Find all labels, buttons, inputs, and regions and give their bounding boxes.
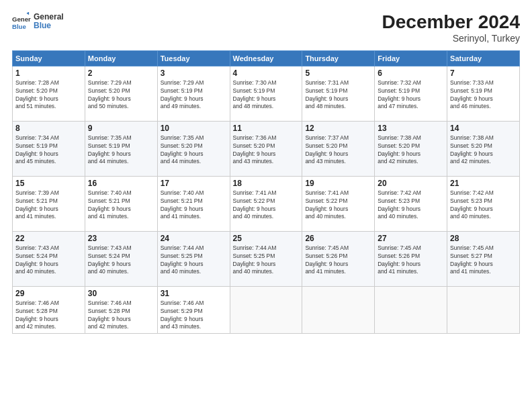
day-info: Sunrise: 7:36 AMSunset: 5:20 PMDaylight:…	[233, 134, 277, 165]
col-friday: Friday	[375, 50, 447, 66]
day-number: 8	[15, 124, 82, 133]
day-info: Sunrise: 7:46 AMSunset: 5:28 PMDaylight:…	[88, 300, 132, 330]
day-number: 24	[161, 234, 227, 243]
day-info: Sunrise: 7:41 AMSunset: 5:22 PMDaylight:…	[305, 189, 349, 220]
day-number: 30	[88, 289, 154, 298]
table-row: 12Sunrise: 7:37 AMSunset: 5:20 PMDayligh…	[302, 121, 375, 176]
day-info: Sunrise: 7:43 AMSunset: 5:24 PMDaylight:…	[88, 244, 132, 275]
header: General Blue General Blue December 2024 …	[12, 12, 520, 44]
day-info: Sunrise: 7:28 AMSunset: 5:20 PMDaylight:…	[15, 79, 59, 110]
title-block: December 2024 Serinyol, Turkey	[382, 12, 520, 44]
day-info: Sunrise: 7:41 AMSunset: 5:22 PMDaylight:…	[233, 189, 277, 220]
table-row: 16Sunrise: 7:40 AMSunset: 5:21 PMDayligh…	[85, 176, 157, 231]
day-info: Sunrise: 7:39 AMSunset: 5:21 PMDaylight:…	[15, 189, 59, 220]
table-row: 23Sunrise: 7:43 AMSunset: 5:24 PMDayligh…	[85, 231, 157, 286]
table-row: 17Sunrise: 7:40 AMSunset: 5:21 PMDayligh…	[157, 176, 230, 231]
day-number: 17	[161, 179, 227, 188]
table-row: 4Sunrise: 7:30 AMSunset: 5:19 PMDaylight…	[230, 66, 302, 121]
day-number: 2	[88, 68, 154, 78]
month-title: December 2024	[382, 12, 520, 33]
day-number: 28	[450, 234, 517, 243]
day-info: Sunrise: 7:30 AMSunset: 5:19 PMDaylight:…	[233, 79, 277, 110]
location: Serinyol, Turkey	[382, 33, 520, 44]
day-number: 21	[450, 179, 517, 188]
calendar: Sunday Monday Tuesday Wednesday Thursday…	[12, 50, 520, 334]
logo-blue: Blue	[34, 21, 64, 30]
table-row: 13Sunrise: 7:38 AMSunset: 5:20 PMDayligh…	[375, 121, 447, 176]
day-info: Sunrise: 7:45 AMSunset: 5:26 PMDaylight:…	[378, 244, 421, 275]
table-row: 10Sunrise: 7:35 AMSunset: 5:20 PMDayligh…	[157, 121, 230, 176]
table-row: 6Sunrise: 7:32 AMSunset: 5:19 PMDaylight…	[375, 66, 447, 121]
table-row: 25Sunrise: 7:44 AMSunset: 5:25 PMDayligh…	[230, 231, 302, 286]
table-row: 3Sunrise: 7:29 AMSunset: 5:19 PMDaylight…	[157, 66, 230, 121]
day-number: 14	[450, 124, 517, 133]
day-info: Sunrise: 7:44 AMSunset: 5:25 PMDaylight:…	[161, 244, 204, 275]
day-info: Sunrise: 7:46 AMSunset: 5:28 PMDaylight:…	[15, 300, 59, 330]
day-info: Sunrise: 7:45 AMSunset: 5:27 PMDaylight:…	[450, 244, 494, 275]
day-number: 29	[15, 289, 82, 298]
day-info: Sunrise: 7:40 AMSunset: 5:21 PMDaylight:…	[161, 189, 204, 220]
day-number: 1	[15, 68, 82, 78]
day-number: 7	[450, 68, 517, 78]
day-info: Sunrise: 7:44 AMSunset: 5:25 PMDaylight:…	[233, 244, 277, 275]
day-info: Sunrise: 7:32 AMSunset: 5:19 PMDaylight:…	[378, 79, 421, 110]
table-row: 14Sunrise: 7:38 AMSunset: 5:20 PMDayligh…	[447, 121, 520, 176]
table-row: 8Sunrise: 7:34 AMSunset: 5:19 PMDaylight…	[13, 121, 85, 176]
svg-text:Blue: Blue	[12, 23, 26, 30]
day-number: 13	[378, 124, 444, 133]
day-info: Sunrise: 7:45 AMSunset: 5:26 PMDaylight:…	[305, 244, 349, 275]
day-number: 25	[233, 234, 300, 243]
day-info: Sunrise: 7:35 AMSunset: 5:20 PMDaylight:…	[161, 134, 204, 165]
day-number: 26	[305, 234, 371, 243]
table-row: 7Sunrise: 7:33 AMSunset: 5:19 PMDaylight…	[447, 66, 520, 121]
table-row	[230, 286, 302, 334]
table-row: 21Sunrise: 7:42 AMSunset: 5:23 PMDayligh…	[447, 176, 520, 231]
day-number: 15	[15, 179, 82, 188]
table-row: 1Sunrise: 7:28 AMSunset: 5:20 PMDaylight…	[13, 66, 85, 121]
day-number: 3	[161, 68, 227, 78]
table-row	[447, 286, 520, 334]
day-info: Sunrise: 7:38 AMSunset: 5:20 PMDaylight:…	[450, 134, 494, 165]
day-info: Sunrise: 7:31 AMSunset: 5:19 PMDaylight:…	[305, 79, 349, 110]
table-row: 29Sunrise: 7:46 AMSunset: 5:28 PMDayligh…	[13, 286, 85, 334]
day-number: 23	[88, 234, 154, 243]
day-number: 18	[233, 179, 300, 188]
col-tuesday: Tuesday	[157, 50, 230, 66]
table-row: 28Sunrise: 7:45 AMSunset: 5:27 PMDayligh…	[447, 231, 520, 286]
table-row: 24Sunrise: 7:44 AMSunset: 5:25 PMDayligh…	[157, 231, 230, 286]
day-info: Sunrise: 7:38 AMSunset: 5:20 PMDaylight:…	[378, 134, 421, 165]
table-row: 22Sunrise: 7:43 AMSunset: 5:24 PMDayligh…	[13, 231, 85, 286]
table-row	[375, 286, 447, 334]
day-info: Sunrise: 7:37 AMSunset: 5:20 PMDaylight:…	[305, 134, 349, 165]
day-number: 16	[88, 179, 154, 188]
day-number: 6	[378, 68, 444, 78]
col-sunday: Sunday	[13, 50, 85, 66]
calendar-header-row: Sunday Monday Tuesday Wednesday Thursday…	[13, 50, 520, 66]
day-info: Sunrise: 7:42 AMSunset: 5:23 PMDaylight:…	[450, 189, 494, 220]
table-row: 19Sunrise: 7:41 AMSunset: 5:22 PMDayligh…	[302, 176, 375, 231]
col-monday: Monday	[85, 50, 157, 66]
day-info: Sunrise: 7:33 AMSunset: 5:19 PMDaylight:…	[450, 79, 494, 110]
table-row: 15Sunrise: 7:39 AMSunset: 5:21 PMDayligh…	[13, 176, 85, 231]
table-row	[302, 286, 375, 334]
day-info: Sunrise: 7:29 AMSunset: 5:19 PMDaylight:…	[161, 79, 204, 110]
table-row: 2Sunrise: 7:29 AMSunset: 5:20 PMDaylight…	[85, 66, 157, 121]
day-number: 5	[305, 68, 371, 78]
svg-marker-2	[26, 12, 29, 15]
day-number: 4	[233, 68, 300, 78]
col-wednesday: Wednesday	[230, 50, 302, 66]
day-number: 10	[161, 124, 227, 133]
table-row: 30Sunrise: 7:46 AMSunset: 5:28 PMDayligh…	[85, 286, 157, 334]
day-number: 22	[15, 234, 82, 243]
day-number: 31	[161, 289, 227, 298]
col-thursday: Thursday	[302, 50, 375, 66]
table-row: 31Sunrise: 7:46 AMSunset: 5:29 PMDayligh…	[157, 286, 230, 334]
table-row: 27Sunrise: 7:45 AMSunset: 5:26 PMDayligh…	[375, 231, 447, 286]
day-info: Sunrise: 7:34 AMSunset: 5:19 PMDaylight:…	[15, 134, 59, 165]
table-row: 20Sunrise: 7:42 AMSunset: 5:23 PMDayligh…	[375, 176, 447, 231]
day-info: Sunrise: 7:29 AMSunset: 5:20 PMDaylight:…	[88, 79, 132, 110]
day-number: 9	[88, 124, 154, 133]
day-number: 20	[378, 179, 444, 188]
day-info: Sunrise: 7:40 AMSunset: 5:21 PMDaylight:…	[88, 189, 132, 220]
day-number: 12	[305, 124, 371, 133]
